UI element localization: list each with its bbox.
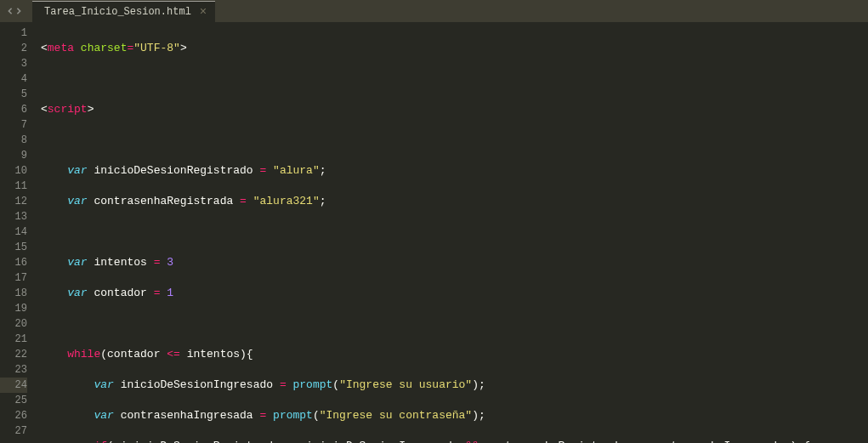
line-number: 13 — [0, 209, 27, 224]
nav-forward-icon[interactable] — [15, 5, 22, 18]
line-number: 12 — [0, 194, 27, 209]
line-number: 22 — [0, 347, 27, 362]
tab-filename: Tarea_Inicio_Sesion.html — [44, 6, 191, 18]
line-number: 11 — [0, 179, 27, 194]
line-number: 5 — [0, 87, 27, 102]
title-bar: Tarea_Inicio_Sesion.html × — [0, 0, 868, 22]
line-number: 21 — [0, 332, 27, 347]
line-number: 27 — [0, 423, 27, 439]
line-number: 18 — [0, 286, 27, 301]
line-number: 24 — [0, 378, 27, 393]
code-area[interactable]: <meta charset="UTF-8"> <script> var inic… — [36, 22, 868, 443]
line-number: 25 — [0, 393, 27, 408]
line-number: 6 — [0, 102, 27, 117]
editor: 1234567891011121314151617181920212223242… — [0, 22, 868, 443]
line-number: 9 — [0, 148, 27, 163]
line-number-gutter: 1234567891011121314151617181920212223242… — [0, 22, 36, 443]
line-number: 16 — [0, 255, 27, 270]
line-number: 17 — [0, 270, 27, 286]
line-number: 20 — [0, 316, 27, 332]
nav-arrows — [0, 5, 29, 18]
line-number: 23 — [0, 362, 27, 378]
line-number: 14 — [0, 224, 27, 240]
file-tab[interactable]: Tarea_Inicio_Sesion.html × — [32, 1, 215, 22]
line-number: 10 — [0, 163, 27, 179]
nav-back-icon[interactable] — [7, 5, 14, 18]
close-icon[interactable]: × — [200, 6, 207, 18]
line-number: 26 — [0, 408, 27, 423]
line-number: 8 — [0, 133, 27, 148]
line-number: 7 — [0, 117, 27, 133]
line-number: 3 — [0, 56, 27, 71]
line-number: 4 — [0, 71, 27, 87]
line-number: 1 — [0, 26, 27, 41]
line-number: 19 — [0, 301, 27, 316]
line-number: 15 — [0, 240, 27, 255]
line-number: 2 — [0, 41, 27, 56]
